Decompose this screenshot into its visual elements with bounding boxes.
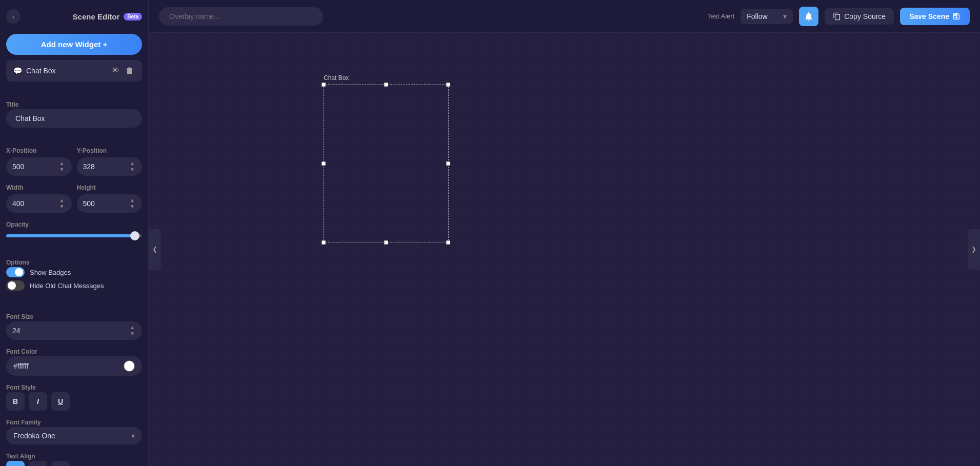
widget-name: Chat Box [26, 67, 56, 75]
italic-button[interactable]: I [29, 392, 47, 411]
title-section: Title [6, 98, 142, 128]
widget-item-chatbox[interactable]: Chat Box 👁 🗑 [6, 60, 142, 82]
x-pos-input[interactable] [12, 163, 43, 171]
y-position-section: Y-Position ▲ ▼ [77, 144, 143, 176]
show-badges-toggle[interactable] [6, 267, 25, 277]
add-widget-button[interactable]: Add new Widget + [6, 34, 142, 55]
x-pos-label: X-Position [6, 147, 72, 154]
hide-old-messages-label: Hide Old Chat Messages [30, 282, 104, 290]
height-section: Height ▲ ▼ [77, 181, 143, 213]
widget-delete-button[interactable]: 🗑 [125, 65, 135, 76]
position-row: X-Position ▲ ▼ Y-Position ▲ ▼ [6, 144, 142, 176]
height-down[interactable]: ▼ [129, 204, 136, 210]
y-pos-down[interactable]: ▼ [129, 167, 136, 173]
follow-select-wrap: Follow Subscribe Raid Donation [741, 9, 793, 24]
align-left-button[interactable] [6, 461, 25, 466]
save-scene-button[interactable]: Save Scene [900, 8, 970, 25]
follow-chevron-icon [783, 12, 787, 21]
chat-icon [13, 67, 22, 75]
add-widget-label: Add new Widget + [41, 40, 107, 49]
widget-item-actions: 👁 🗑 [110, 65, 135, 76]
left-tab[interactable] [149, 229, 161, 270]
copy-source-button[interactable]: Copy Source [825, 8, 894, 25]
hide-old-messages-row: Hide Old Chat Messages [6, 280, 142, 291]
width-input-wrap: ▲ ▼ [6, 194, 72, 213]
font-family-select[interactable]: Fredoka One Arial Roboto [13, 432, 131, 440]
font-size-down[interactable]: ▼ [129, 331, 136, 337]
font-style-section: Font Style B I U [6, 381, 142, 411]
opacity-slider[interactable] [6, 234, 142, 237]
handle-bottom-right[interactable] [446, 240, 450, 245]
bell-button[interactable] [799, 7, 818, 26]
font-color-dot[interactable] [124, 360, 135, 372]
width-section: Width ▲ ▼ [6, 181, 72, 213]
size-row: Width ▲ ▼ Height ▲ ▼ [6, 181, 142, 213]
widget-visibility-button[interactable]: 👁 [110, 65, 121, 76]
width-input[interactable] [12, 199, 43, 208]
width-up[interactable]: ▲ [58, 197, 66, 204]
x-pos-up[interactable]: ▲ [58, 160, 66, 167]
y-pos-up[interactable]: ▲ [129, 160, 136, 167]
font-family-select-wrap: Fredoka One Arial Roboto [6, 427, 142, 444]
widget-item-left: Chat Box [13, 67, 56, 75]
right-tab-icon [971, 246, 976, 254]
font-color-value: #ffffff [13, 362, 118, 370]
align-center-button[interactable] [29, 461, 47, 466]
font-size-up[interactable]: ▲ [129, 325, 136, 331]
sidebar-header: ‹ Scene Editor Beta [6, 6, 142, 29]
copy-icon [833, 12, 841, 21]
handle-middle-right[interactable] [446, 161, 450, 166]
font-family-label: Font Family [6, 419, 142, 426]
overlay-name-input[interactable] [159, 7, 323, 26]
x-pos-spinners: ▲ ▼ [58, 160, 66, 173]
width-label: Width [6, 184, 72, 191]
handle-top-center[interactable] [384, 83, 388, 87]
font-family-section: Font Family Fredoka One Arial Roboto [6, 416, 142, 444]
opacity-slider-wrap [6, 230, 142, 239]
y-pos-spinners: ▲ ▼ [129, 160, 136, 173]
handle-bottom-left[interactable] [322, 240, 326, 245]
back-button[interactable]: ‹ [6, 9, 21, 24]
height-input-wrap: ▲ ▼ [77, 194, 143, 213]
width-down[interactable]: ▼ [58, 204, 66, 210]
app-title: Scene Editor Beta [73, 12, 142, 21]
handle-bottom-center[interactable] [384, 240, 388, 245]
font-color-section: Font Color #ffffff [6, 345, 142, 376]
follow-select[interactable]: Follow Subscribe Raid Donation [747, 12, 779, 21]
show-badges-row: Show Badges [6, 267, 142, 277]
show-badges-label: Show Badges [30, 269, 71, 276]
sidebar: ‹ Scene Editor Beta Add new Widget + Cha… [0, 0, 149, 466]
font-size-input[interactable] [12, 327, 64, 335]
underline-button[interactable]: U [51, 392, 70, 411]
topbar: Test Alert Follow Subscribe Raid Donatio… [149, 0, 980, 33]
canvas-area: Chat Box [149, 33, 980, 466]
bold-button[interactable]: B [6, 392, 25, 411]
canvas-chatbox-widget[interactable]: Chat Box [323, 84, 449, 243]
main-area: Test Alert Follow Subscribe Raid Donatio… [149, 0, 980, 466]
show-badges-thumb [15, 268, 23, 276]
handle-top-right[interactable] [446, 83, 450, 87]
font-color-label: Font Color [6, 348, 142, 355]
x-pos-input-wrap: ▲ ▼ [6, 157, 72, 176]
hide-old-messages-toggle[interactable] [6, 280, 25, 291]
x-pos-down[interactable]: ▼ [58, 167, 66, 173]
height-up[interactable]: ▲ [129, 197, 136, 204]
hide-old-messages-thumb [8, 281, 16, 290]
bell-icon [804, 11, 814, 22]
title-label: Title [6, 101, 142, 108]
align-right-button[interactable] [51, 461, 70, 466]
font-size-section: Font Size ▲ ▼ [6, 310, 142, 340]
test-alert-label: Test Alert [707, 12, 734, 20]
right-tab[interactable] [968, 229, 980, 270]
y-pos-input[interactable] [83, 163, 114, 171]
font-size-input-wrap: ▲ ▼ [6, 321, 142, 340]
height-spinners: ▲ ▼ [129, 197, 136, 210]
height-input[interactable] [83, 199, 114, 208]
handle-top-left[interactable] [322, 83, 326, 87]
title-input[interactable] [6, 109, 142, 128]
canvas-widget-label: Chat Box [324, 74, 349, 82]
font-size-label: Font Size [6, 313, 142, 320]
handle-middle-left[interactable] [322, 161, 326, 166]
width-spinners: ▲ ▼ [58, 197, 66, 210]
opacity-section: Opacity [6, 218, 142, 239]
